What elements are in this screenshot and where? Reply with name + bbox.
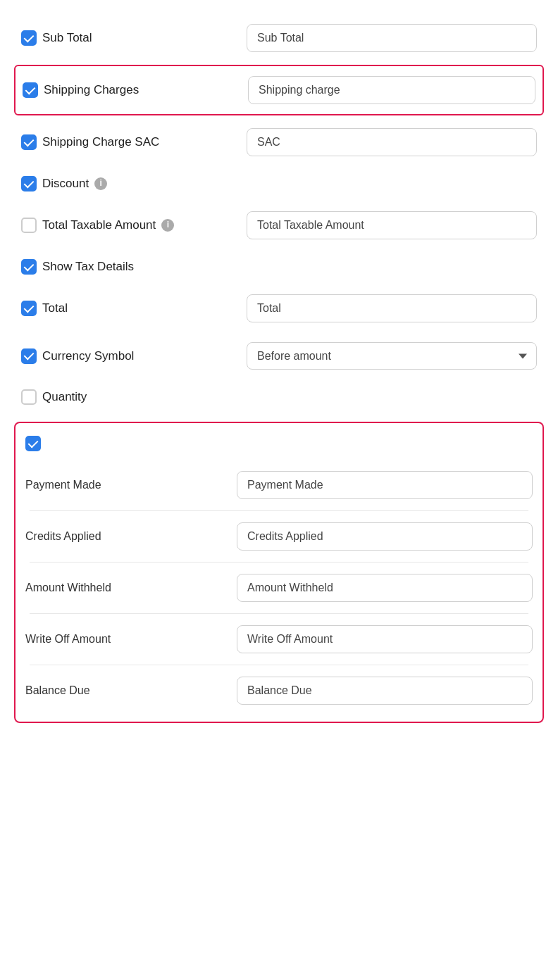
currency-symbol-select-wrapper: Before amountAfter amount (247, 342, 537, 370)
payment-row-divider (30, 665, 528, 665)
total-taxable-amount-checkbox[interactable] (21, 218, 37, 233)
payment-row-credits-applied: Credits Applied (23, 513, 535, 560)
payment-row-payment-made: Payment Made (23, 461, 535, 509)
total-taxable-amount-input[interactable] (247, 211, 537, 239)
payment-row-write-off-amount: Write Off Amount (23, 615, 535, 663)
row-currency-symbol: Currency SymbolBefore amountAfter amount (14, 332, 544, 379)
shipping-charges-checkbox[interactable] (23, 82, 38, 98)
show-payment-details-checkbox[interactable] (25, 436, 41, 451)
write-off-amount-input[interactable] (237, 625, 533, 653)
payment-row-balance-due: Balance Due (23, 667, 535, 715)
total-input[interactable] (247, 294, 537, 322)
payment-row-divider (30, 562, 528, 563)
payment-row-divider (30, 510, 528, 511)
discount-label: Discount (42, 176, 89, 191)
quantity-label: Quantity (42, 389, 87, 405)
row-discount: Discounti (14, 166, 544, 201)
discount-checkbox[interactable] (21, 176, 37, 191)
show-tax-details-checkbox[interactable] (21, 259, 37, 275)
payment-made-input[interactable] (237, 471, 533, 499)
quantity-checkbox[interactable] (21, 389, 37, 405)
main-rows: Sub TotalShipping ChargesShipping Charge… (14, 14, 544, 415)
payment-row-amount-withheld: Amount Withheld (23, 564, 535, 612)
total-taxable-amount-label: Total Taxable Amount (42, 218, 156, 233)
shipping-charge-sac-checkbox[interactable] (21, 134, 37, 150)
total-checkbox[interactable] (21, 301, 37, 316)
total-label: Total (42, 301, 68, 316)
amount-withheld-input[interactable] (237, 574, 533, 602)
settings-container: Sub TotalShipping ChargesShipping Charge… (14, 14, 544, 723)
amount-withheld-label: Amount Withheld (25, 582, 223, 594)
balance-due-input[interactable] (237, 677, 533, 705)
payment-row-divider (30, 613, 528, 614)
row-shipping-charges: Shipping Charges (16, 66, 542, 114)
sub-total-checkbox[interactable] (21, 30, 37, 46)
credits-applied-input[interactable] (237, 522, 533, 551)
balance-due-label: Balance Due (25, 684, 223, 697)
row-shipping-charge-sac: Shipping Charge SAC (14, 118, 544, 166)
currency-symbol-label: Currency Symbol (42, 348, 134, 364)
shipping-charge-sac-label: Shipping Charge SAC (42, 134, 159, 150)
row-sub-total: Sub Total (14, 14, 544, 62)
payment-made-label: Payment Made (25, 479, 223, 491)
currency-symbol-select[interactable]: Before amountAfter amount (247, 342, 537, 370)
total-taxable-amount-info-icon[interactable]: i (161, 219, 174, 232)
sub-total-label: Sub Total (42, 30, 92, 46)
shipping-charges-input[interactable] (248, 76, 535, 104)
discount-info-icon[interactable]: i (94, 177, 107, 190)
shipping-charges-label: Shipping Charges (44, 82, 139, 98)
payment-details-section: Payment MadeCredits AppliedAmount Withhe… (14, 422, 544, 723)
payment-rows: Payment MadeCredits AppliedAmount Withhe… (23, 461, 535, 715)
currency-symbol-checkbox[interactable] (21, 348, 37, 364)
credits-applied-label: Credits Applied (25, 530, 223, 543)
row-quantity: Quantity (14, 379, 544, 415)
write-off-amount-label: Write Off Amount (25, 633, 223, 646)
row-total-taxable-amount: Total Taxable Amounti (14, 201, 544, 249)
row-show-tax-details: Show Tax Details (14, 249, 544, 284)
shipping-charge-sac-input[interactable] (247, 128, 537, 156)
sub-total-input[interactable] (247, 24, 537, 52)
payment-header (23, 430, 535, 461)
row-total: Total (14, 284, 544, 332)
show-tax-details-label: Show Tax Details (42, 259, 134, 275)
